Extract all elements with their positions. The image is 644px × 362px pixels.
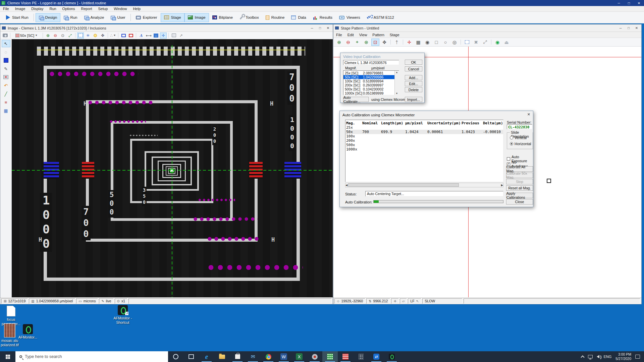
circle-tool[interactable]: ◌	[2, 48, 10, 56]
scroll-up-icon[interactable]: ▲	[396, 71, 398, 73]
list-item[interactable]: 1000x [SC]0.051989999	[343, 91, 399, 95]
image-button[interactable]: Image	[184, 13, 209, 22]
red-frame-button[interactable]	[127, 33, 134, 39]
routine-button[interactable]: Routine	[262, 13, 288, 22]
list-item-selected[interactable]: 50x [SC]1.042299986	[343, 75, 399, 79]
zoom-out-button[interactable]: ⊖	[344, 39, 352, 46]
menu-stage[interactable]: Stage	[387, 33, 402, 37]
pan-pattern-button[interactable]: ✳	[85, 33, 91, 39]
magnification-dropdown[interactable]: 50x [SC] ▼	[12, 33, 41, 39]
list-scrollbar[interactable]: ▲▼	[394, 71, 399, 95]
close-button[interactable]: Close	[506, 199, 533, 204]
close-icon[interactable]: ✕	[527, 112, 530, 117]
language-indicator[interactable]: ENG	[603, 355, 611, 359]
reset-all-mag-button[interactable]: Reset all Mag.	[506, 185, 533, 191]
delete-button[interactable]: Delete	[405, 87, 422, 92]
delete-object-tool[interactable]: ✕	[2, 73, 10, 81]
scrollbar-thumb[interactable]	[348, 183, 459, 187]
report-button[interactable]	[170, 33, 177, 39]
center-view-button[interactable]: ⊡	[371, 39, 379, 46]
results-button[interactable]: Results	[310, 13, 336, 22]
auto-calibrate-button[interactable]: Auto Calibrate...	[343, 97, 369, 102]
camera-name-field[interactable]: Clemex L 1.3M #12030576	[343, 60, 399, 65]
list-item[interactable]: 200x [SC]0.260399997	[343, 83, 399, 87]
menu-setup[interactable]: Setup	[95, 7, 111, 11]
maximize-button[interactable]: □	[624, 0, 634, 6]
serial-number-field[interactable]: CL-4322830	[507, 124, 532, 129]
grid-pattern-button[interactable]: ▦	[414, 39, 422, 46]
menu-pattern[interactable]: Pattern	[370, 33, 387, 37]
network-icon[interactable]	[588, 355, 593, 358]
menu-file[interactable]: File	[0, 7, 12, 11]
pointer-tool[interactable]: ↖	[2, 40, 10, 47]
pattern-dropdown[interactable]: ∴▼	[110, 33, 116, 39]
list-item[interactable]: 25x [SC]2.089799881	[343, 71, 399, 75]
brush-tool[interactable]: ✎	[2, 65, 10, 72]
select-region-button[interactable]	[77, 33, 84, 39]
close-button[interactable]: ✕	[634, 0, 644, 6]
camera-button[interactable]	[2, 33, 8, 39]
micrograph-canvas[interactable]: 1000 700 500 350 200 700 1000 H H H H	[12, 39, 333, 297]
close-button[interactable]: ✕	[324, 25, 332, 31]
table-row[interactable]: 100x	[346, 134, 503, 138]
taskbar-teamviewer[interactable]: ⇄	[369, 351, 384, 362]
delete-pattern-button[interactable]: ✖	[472, 39, 480, 46]
table-row-highlighted[interactable]: 50x700699.91.04240.000611.0423-0.00010	[346, 130, 503, 134]
magnification-listbox[interactable]: 25x [SC]2.089799881 50x [SC]1.042299986 …	[343, 70, 399, 95]
menu-display[interactable]: Display	[28, 7, 46, 11]
taskbar-calculator[interactable]	[353, 351, 369, 362]
import-button[interactable]: Import...	[405, 97, 422, 102]
start-run-button[interactable]: Start Run	[3, 13, 32, 22]
list-item[interactable]: 500x [SC]0.104230002	[343, 87, 399, 91]
user-button[interactable]: User	[107, 13, 128, 22]
zoom-out-button[interactable]: ⊖	[52, 33, 59, 39]
zoom-in-button[interactable]: ⊕	[45, 33, 51, 39]
eject-button[interactable]: ⏏	[502, 39, 511, 46]
taskbar-afmonitor[interactable]	[384, 351, 399, 362]
vertical-radio[interactable]: Vertical	[510, 136, 527, 140]
blue-frame-button[interactable]	[120, 33, 127, 39]
image-window-titlebar[interactable]: Image - Clemex L 1.3M #12030576 [1272x10…	[0, 24, 333, 32]
table-row[interactable]: 500x	[346, 143, 503, 147]
undo-tool[interactable]: ↶	[2, 82, 10, 89]
design-button[interactable]: Design	[36, 13, 61, 22]
scroll-left-icon[interactable]: ◀	[345, 184, 347, 187]
desktop-icon-afmonitor[interactable]: AFMonitor...	[15, 324, 41, 340]
volume-icon[interactable]	[597, 355, 599, 358]
taskbar-excel[interactable]: X	[291, 351, 307, 362]
taskbar-store[interactable]	[230, 351, 245, 362]
calibration-table[interactable]: Mag. Nominal Length(µm) µm/pixel Uncerta…	[345, 120, 503, 182]
minimize-button[interactable]: ─	[614, 0, 624, 6]
stop-button[interactable]: Stop	[506, 179, 533, 184]
list-item[interactable]: 100x [SC]0.518999994	[343, 79, 399, 83]
close-button[interactable]: ✕	[633, 25, 641, 31]
taskbar-edge[interactable]: e	[199, 351, 214, 362]
menu-help[interactable]: Help	[130, 7, 144, 11]
menu-edit[interactable]: Edit	[345, 33, 357, 37]
menu-view[interactable]: View	[357, 33, 370, 37]
minimize-button[interactable]: ─	[308, 25, 316, 31]
chart-tool[interactable]: ▦	[2, 107, 10, 114]
start-button[interactable]	[0, 351, 15, 362]
center-stage-button[interactable]: ✛	[160, 33, 167, 39]
desktop-icon-afmonitor-shortcut[interactable]: ↗ AFMonitor - Shortcut	[110, 305, 136, 324]
data-button[interactable]: Data	[288, 13, 309, 22]
pan-hand-button[interactable]: ✥	[380, 39, 388, 46]
taskbar-red-app[interactable]	[338, 351, 353, 362]
stage-page-field[interactable]: ▱	[400, 298, 407, 304]
astm-e112-button[interactable]: ASTM E112	[364, 13, 397, 22]
calibrate-50x-mag-button[interactable]: Calibrate 50x Mag.	[506, 173, 533, 178]
fit-extents-button[interactable]: ⤢	[481, 39, 489, 46]
ok-button[interactable]: OK	[405, 60, 422, 65]
stage-position-marker[interactable]	[547, 179, 551, 183]
taskbar-word[interactable]: W	[276, 351, 291, 362]
fit-image-button[interactable]: ⤢	[67, 33, 73, 39]
run-button[interactable]: Run	[60, 13, 80, 22]
table-row[interactable]: 25x	[346, 125, 503, 130]
menu-file[interactable]: File	[333, 33, 345, 37]
export-button[interactable]: ↗	[178, 33, 184, 39]
zoom-field[interactable]: ⊙x1	[115, 298, 127, 304]
illumination-button[interactable]	[92, 33, 99, 39]
table-row[interactable]: 1000x	[346, 147, 503, 152]
stage-window-titlebar[interactable]: Stage Pattern - Untitled ─ □ ✕	[333, 24, 641, 32]
